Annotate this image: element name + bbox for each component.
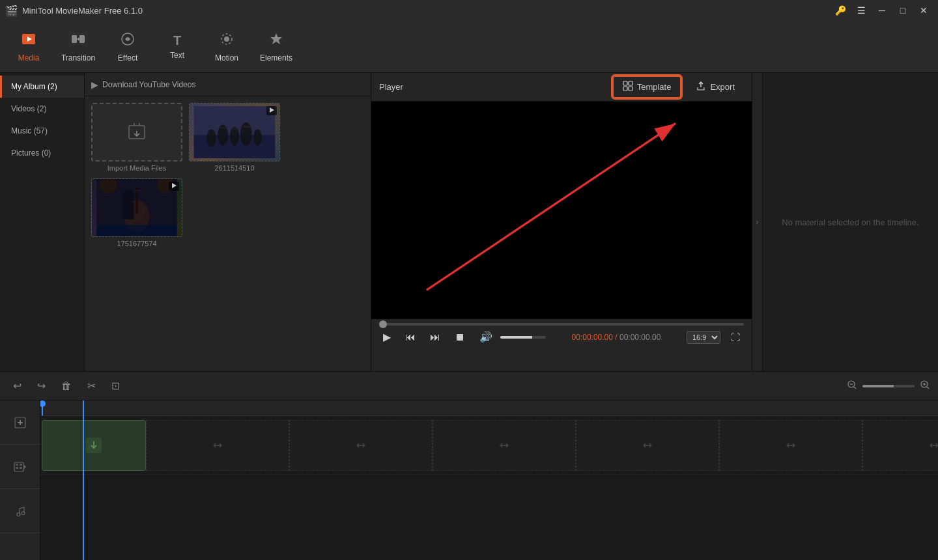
timeline-ruler <box>40 400 938 416</box>
player-video <box>371 102 752 319</box>
timeline-tools-left: ↩ ↪ 🗑 ✂ ⊡ <box>8 377 125 395</box>
progress-bar[interactable] <box>379 323 744 326</box>
zoom-slider[interactable] <box>862 385 915 387</box>
svg-rect-49 <box>20 464 22 466</box>
stop-button[interactable]: ⏹ <box>451 330 469 344</box>
import-media-item[interactable]: Import Media Files <box>91 103 182 172</box>
sidebar-item-my-album[interactable]: My Album (2) <box>0 76 84 98</box>
title-bar-controls: 🔑 ☰ ─ □ ✕ <box>831 1 933 20</box>
vid2-badge <box>169 182 179 191</box>
key-button[interactable]: 🔑 <box>831 1 849 20</box>
delete-button[interactable]: 🗑 <box>56 377 77 395</box>
motion-label: Motion <box>215 53 238 63</box>
svg-point-10 <box>206 130 216 147</box>
zoom-out-icon <box>847 380 857 393</box>
menu-button[interactable]: ☰ <box>852 1 870 20</box>
maximize-button[interactable]: □ <box>894 1 912 20</box>
media-item-vid1[interactable]: 2611514510 <box>189 103 280 172</box>
sidebar-item-videos[interactable]: Videos (2) <box>0 98 84 120</box>
svg-rect-33 <box>629 87 632 91</box>
zoom-in-icon <box>920 380 930 393</box>
timeline-left-strip <box>0 400 40 560</box>
toolbar-transition-button[interactable]: Transition <box>55 25 102 69</box>
media-item-vid2[interactable]: 1751677574 <box>91 178 182 247</box>
timeline-tracks <box>40 400 938 560</box>
toolbar-elements-button[interactable]: Elements <box>253 25 300 69</box>
playhead-top <box>40 400 46 407</box>
skip-forward-button[interactable]: ⏭ <box>426 330 444 344</box>
player-area: Player Template <box>371 73 752 371</box>
svg-rect-16 <box>231 128 238 130</box>
progress-handle[interactable] <box>379 320 387 328</box>
chevron-right-icon: › <box>756 217 759 227</box>
svg-rect-28 <box>96 225 177 236</box>
toolbar-effect-button[interactable]: Effect <box>104 25 151 69</box>
timeline-transition-1[interactable] <box>146 420 289 471</box>
audio-track-row <box>40 475 938 519</box>
svg-marker-18 <box>270 107 274 113</box>
toolbar-media-button[interactable]: Media <box>5 25 52 69</box>
export-button[interactable]: Export <box>687 76 744 98</box>
aspect-ratio-select[interactable]: 16:9 4:3 1:1 9:16 <box>687 331 720 344</box>
svg-rect-50 <box>20 467 22 469</box>
controls-row: ▶ ⏮ ⏭ ⏹ 🔊 00:00:00.00 / 00:00:00.00 16:9… <box>379 329 744 344</box>
timeline-transition-4[interactable] <box>576 420 719 471</box>
svg-rect-24 <box>135 188 138 214</box>
media-thumb-vid1[interactable] <box>189 103 280 161</box>
svg-marker-51 <box>24 465 26 469</box>
toolbar-motion-button[interactable]: Motion <box>203 25 250 69</box>
panel-collapse-handle[interactable]: › <box>752 73 762 371</box>
crop-button[interactable]: ⊡ <box>106 377 125 395</box>
close-button[interactable]: ✕ <box>915 1 933 20</box>
svg-rect-27 <box>122 202 134 219</box>
playhead[interactable] <box>42 400 43 415</box>
minimize-button[interactable]: ─ <box>873 1 891 20</box>
cut-button[interactable]: ✂ <box>82 377 101 395</box>
timeline-transition-3[interactable] <box>433 420 576 471</box>
redo-button[interactable]: ↪ <box>32 377 51 395</box>
import-media-label: Import Media Files <box>107 164 166 172</box>
play-button[interactable]: ▶ <box>379 329 395 344</box>
annotation-arrow <box>371 102 752 319</box>
no-material-text: No material selected on the timeline. <box>782 217 918 227</box>
vid2-label: 1751677574 <box>117 240 156 247</box>
sidebar-item-pictures[interactable]: Pictures (0) <box>0 142 84 164</box>
svg-marker-29 <box>172 183 177 188</box>
timeline-transition-5[interactable] <box>719 420 862 471</box>
volume-button[interactable]: 🔊 <box>476 329 496 344</box>
download-label: Download YouTube Videos <box>102 80 195 89</box>
timeline-transition-2[interactable] <box>289 420 433 471</box>
import-media-thumb[interactable] <box>91 103 182 161</box>
svg-rect-30 <box>623 81 627 85</box>
timeline-transition-6[interactable] <box>862 420 938 471</box>
fullscreen-button[interactable]: ⛶ <box>727 331 744 344</box>
toolbar-text-button[interactable]: T Text <box>154 25 201 69</box>
player-controls: ▶ ⏮ ⏭ ⏹ 🔊 00:00:00.00 / 00:00:00.00 16:9… <box>371 319 752 371</box>
transition-icon <box>70 31 86 51</box>
download-bar[interactable]: ▶ Download YouTube Videos <box>85 73 371 96</box>
skip-back-button[interactable]: ⏮ <box>401 330 419 344</box>
media-thumb-vid2[interactable] <box>91 178 182 237</box>
elements-icon <box>268 31 284 51</box>
left-panel: My Album (2) Videos (2) Music (57) Pictu… <box>0 73 371 371</box>
main-content: My Album (2) Videos (2) Music (57) Pictu… <box>0 73 938 371</box>
template-button[interactable]: Template <box>612 76 682 98</box>
svg-point-14 <box>253 130 261 146</box>
timeline-clip-first[interactable] <box>42 420 146 471</box>
media-grid: Import Media Files <box>85 96 371 371</box>
volume-slider[interactable] <box>500 336 546 339</box>
template-icon <box>623 81 633 93</box>
template-label: Template <box>637 82 672 92</box>
svg-rect-17 <box>242 126 250 128</box>
media-label: Media <box>18 53 40 63</box>
sidebar-item-music[interactable]: Music (57) <box>0 120 84 142</box>
motion-icon <box>219 31 234 51</box>
add-track-icon[interactable] <box>0 400 40 445</box>
svg-rect-32 <box>623 87 627 91</box>
right-properties-panel: No material selected on the timeline. <box>762 73 938 371</box>
svg-point-26 <box>122 189 134 203</box>
app-logo-icon: 🎬 <box>5 5 18 17</box>
undo-button[interactable]: ↩ <box>8 377 27 395</box>
svg-rect-2 <box>72 35 77 43</box>
text-icon: T <box>173 33 181 48</box>
